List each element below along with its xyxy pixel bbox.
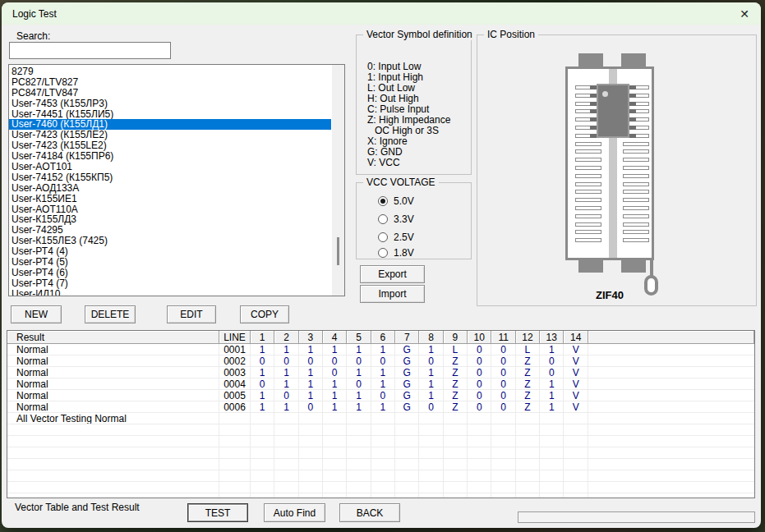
pin-slot [575, 206, 601, 210]
vcc-option[interactable]: 5.0V [378, 195, 414, 208]
list-item[interactable]: User-7423 (К155LE2) [9, 140, 331, 151]
vector-cell: 0 [491, 401, 515, 413]
vector-cell: 1 [251, 367, 274, 378]
list-item[interactable]: User-7453 (К155ЛР3) [9, 99, 331, 109]
table-cell [347, 447, 371, 459]
radio-icon[interactable] [378, 214, 388, 224]
list-item[interactable]: User-К155ЛЕ3 (7425) [9, 236, 331, 246]
table-cell [540, 470, 564, 482]
close-icon[interactable]: ✕ [728, 2, 761, 25]
table-cell [419, 436, 443, 447]
list-item[interactable]: User-АОТ110А [9, 204, 331, 215]
column-header: 12 [516, 331, 540, 344]
radio-label: 1.8V [394, 247, 414, 259]
device-list-items: 8279PC827/LTV827PC847/LTV847User-7453 (К… [9, 66, 331, 296]
table-row[interactable]: Normal0006110111G0Z00Z1V [7, 401, 754, 413]
vector-cell: 1 [347, 367, 371, 378]
export-button[interactable]: Export [360, 265, 425, 283]
vcc-option[interactable]: 2.5V [378, 231, 414, 244]
list-item[interactable]: PC827/LTV827 [9, 77, 331, 88]
vcc-option[interactable]: 1.8V [378, 246, 414, 259]
vector-cell: L [516, 344, 540, 355]
table-row[interactable]: Normal0004011101G1Z00Z1V [7, 378, 754, 390]
list-item[interactable]: User-ИД10 [9, 289, 331, 296]
table-cell [299, 436, 323, 447]
vector-cell: G [395, 390, 419, 401]
list-item[interactable]: User-74295 [9, 225, 331, 236]
listbox-scrollbar[interactable] [332, 65, 344, 296]
vector-table[interactable]: ResultLINE1234567891011121314Normal00011… [7, 330, 755, 498]
table-cell [468, 493, 491, 498]
table-cell [444, 413, 468, 424]
table-cell [299, 424, 323, 436]
import-button[interactable]: Import [360, 285, 425, 303]
table-cell [564, 424, 588, 436]
auto-find-button[interactable]: Auto Find [264, 503, 325, 522]
vector-cell: 0 [251, 355, 274, 367]
pin-slot [623, 174, 649, 178]
table-cell [419, 447, 443, 459]
scrollbar-thumb[interactable] [337, 237, 339, 265]
table-cell [274, 413, 298, 424]
table-cell [516, 447, 540, 459]
radio-icon[interactable] [378, 248, 388, 258]
vector-cell: 1 [274, 401, 298, 413]
table-cell [219, 482, 251, 493]
list-item[interactable]: User-АОД133А [9, 183, 331, 194]
vector-cell: 0 [491, 367, 515, 378]
vcc-option[interactable]: 3.3V [378, 213, 414, 226]
titlebar[interactable]: Logic Test ✕ [2, 2, 761, 25]
ic-chip [597, 84, 629, 138]
search-input[interactable] [9, 42, 171, 59]
back-button[interactable]: BACK [339, 503, 400, 522]
table-cell [491, 482, 515, 493]
table-row[interactable]: Normal0003111011G1Z00Z0V [7, 367, 754, 378]
table-row[interactable]: Normal0001111111G1L00L1V [7, 344, 754, 355]
table-cell [371, 413, 395, 424]
column-header: 5 [347, 331, 371, 344]
list-item[interactable]: User-РТ4 (6) [9, 268, 331, 278]
list-item[interactable]: User-К155ИЕ1 [9, 194, 331, 204]
list-item[interactable]: User-74152 (К155КП5) [9, 172, 331, 183]
line-cell: 0006 [219, 401, 251, 413]
vector-cell: G [395, 355, 419, 367]
table-row[interactable]: Normal0002000000G0Z00Z0V [7, 355, 754, 367]
vector-cell: 0 [347, 378, 371, 390]
table-cell [588, 355, 754, 367]
table-cell [444, 459, 468, 470]
list-item[interactable]: User-7460 (К155ЛД1) [9, 119, 331, 130]
table-cell [588, 493, 754, 498]
pin-slot [623, 166, 649, 170]
table-row[interactable]: Normal0005101110G1Z00Z1V [7, 390, 754, 401]
list-item[interactable]: User-AOT101 [9, 162, 331, 172]
table-cell [564, 482, 588, 493]
list-item[interactable]: User-РТ4 (4) [9, 246, 331, 257]
vector-cell: 1 [540, 344, 564, 355]
list-item[interactable]: PC847/LTV847 [9, 88, 331, 99]
list-item[interactable]: User-РТ4 (7) [9, 278, 331, 289]
table-cell [323, 436, 347, 447]
delete-button[interactable]: DELETE [85, 305, 136, 323]
list-item[interactable]: User-К155ЛД3 [9, 214, 331, 225]
radio-icon[interactable] [378, 196, 388, 206]
copy-button[interactable]: COPY [240, 305, 289, 323]
list-item[interactable]: User-РТ4 (5) [9, 257, 331, 268]
table-cell [588, 447, 754, 459]
list-item[interactable]: User-74451 (К155ЛИ5) [9, 109, 331, 120]
test-button[interactable]: TEST [187, 503, 248, 522]
vector-symbol-lines: 0: Input Low1: Input HighL: Out LowH: Ou… [367, 62, 468, 168]
device-listbox[interactable]: 8279PC827/LTV827PC847/LTV847User-7453 (К… [8, 64, 345, 296]
list-item[interactable]: User-74184 (К155ПР6) [9, 151, 331, 162]
table-cell [251, 413, 274, 424]
column-header: 2 [274, 331, 298, 344]
list-item[interactable]: 8279 [9, 66, 331, 77]
table-cell [323, 482, 347, 493]
new-button[interactable]: NEW [11, 305, 62, 323]
table-cell [299, 459, 323, 470]
radio-icon[interactable] [378, 232, 388, 242]
list-item[interactable]: User-7423 (К155ЛЕ2) [9, 130, 331, 140]
edit-button[interactable]: EDIT [167, 305, 216, 323]
table-cell [347, 459, 371, 470]
column-header: 11 [491, 331, 515, 344]
table-cell [7, 493, 219, 498]
